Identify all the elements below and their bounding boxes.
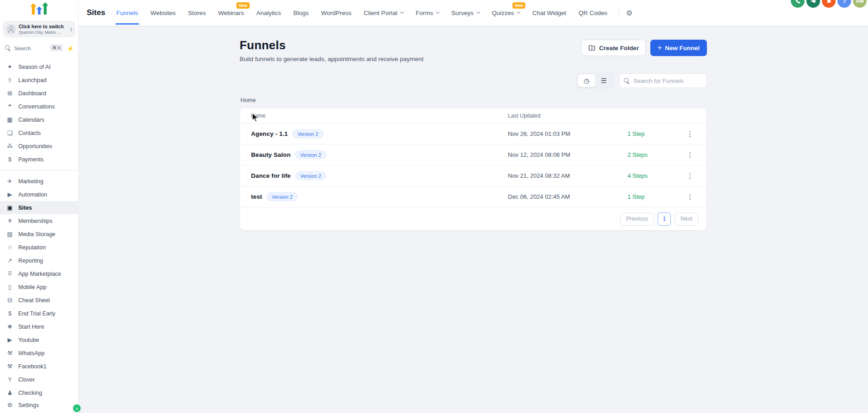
table-row[interactable]: Dance for life Version 2 Nov 21, 2024 08… [240,165,706,186]
row-menu-button[interactable]: ⋮ [685,191,695,202]
sidebar-item-icon: ⚒ [6,350,14,356]
nav-tab[interactable]: Forms [416,0,439,26]
sidebar-item[interactable]: ⚜ Memberships [0,214,78,227]
nav-tab[interactable]: Websites [151,0,176,26]
row-menu-button[interactable]: ⋮ [685,170,695,181]
row-menu-button[interactable]: ⋮ [685,129,695,139]
column-header-name: Name [251,113,508,119]
sidebar-item[interactable]: ♟ Checking [0,386,78,397]
sidebar-item[interactable]: $ End Trial Early [0,307,78,320]
new-funnel-button[interactable]: + New Funnel [650,40,707,56]
table-row[interactable]: test Version 2 Dec 06, 2024 02:45 AM 1 S… [240,186,706,207]
nav-tab[interactable]: Quizzes New [492,0,520,26]
version-badge: Version 2 [295,171,326,180]
page-header: Funnels Build funnels to generate leads,… [240,26,707,62]
sidebar-item[interactable]: ⇧ Launchpad [0,73,78,87]
previous-page-button[interactable]: Previous [620,212,654,226]
row-menu-button[interactable]: ⋮ [685,150,695,160]
sidebar-item[interactable]: ☆ Reputation [0,241,78,254]
nav-tab[interactable]: Stores [188,0,206,26]
sidebar-item-icon: ☆ [6,244,14,251]
sidebar-item-label: Settings [18,402,39,408]
sidebar-item[interactable]: ▯ Mobile App [0,280,78,294]
version-badge: Version 2 [295,150,326,159]
sidebar-item[interactable]: ❝ Conversations [0,100,78,113]
sidebar-item[interactable]: $ Payments [0,153,78,166]
sidebar-item-icon: ↗ [6,257,14,264]
sidebar-item[interactable]: ⚒ Facebook1 [0,360,78,373]
nav-tab[interactable]: Chat Widget [532,0,566,26]
list-view-button[interactable]: ☰ [595,74,612,87]
nav-tab[interactable]: Surveys [451,0,480,26]
sidebar-item[interactable]: ⁂ Opportunities [0,139,78,153]
sidebar-item-settings[interactable]: ⚙ Settings [0,398,78,412]
nav-tabs: Funnels Websites Stores [116,0,607,26]
sidebar-item[interactable]: ▦ Calendars [0,113,78,126]
chevron-down-icon [476,10,480,14]
app-root: Click here to switch Quezon City, Metro … [0,0,868,413]
sidebar-item[interactable]: ✈ Marketing [0,175,78,188]
sidebar-item-icon: ❖ [6,323,14,330]
create-folder-button[interactable]: Create Folder [581,40,646,56]
sidebar-item[interactable]: ⊟ Cheat Sheet [0,294,78,307]
sidebar-item-icon: ▶ [6,191,14,198]
user-avatar[interactable]: AM [853,0,867,8]
sidebar-item[interactable]: ▣ Sites [0,201,78,214]
help-icon[interactable]: ? [837,0,851,8]
next-page-button[interactable]: Next [675,212,698,226]
bell-icon[interactable] [822,0,836,8]
chevron-down-icon [517,10,520,14]
sidebar-item-label: Mobile App [18,284,47,290]
sidebar-item-label: End Trial Early [18,310,55,317]
nav-tab[interactable]: WordPress [321,0,352,26]
sidebar-item[interactable]: ▶ Youtube [0,333,78,346]
breadcrumb[interactable]: Home [240,97,707,103]
sidebar-item[interactable]: ⚒ WhatsApp [0,346,78,360]
funnel-search-input[interactable] [620,74,706,88]
top-nav: Sites Funnels Websites [78,0,868,26]
megaphone-icon[interactable] [806,0,820,8]
sidebar-item[interactable]: ❏ Contacts [0,126,78,139]
page-number-button[interactable]: 1 [658,212,671,226]
sidebar-item[interactable]: ✦ Season of AI [0,60,78,73]
nav-tab[interactable]: Analytics [256,0,281,26]
sidebar-item-icon: ✈ [6,178,14,185]
nav-tab[interactable]: Blogs [293,0,309,26]
nav-tab[interactable]: QR Codes [579,0,607,26]
sidebar-item[interactable]: ⠿ App Marketplace [0,267,78,280]
sidebar-item[interactable]: ▶ Automation [0,188,78,201]
table-row[interactable]: Agency - 1.1 Version 2 Nov 26, 2024 01:0… [240,124,706,145]
sidebar-item-icon: ❏ [6,129,14,136]
funnels-table: Name Last Updated Agency - 1.1 Version 2 [240,108,707,231]
funnel-name[interactable]: test [251,193,262,200]
list-icon: ☰ [601,77,607,84]
account-switcher[interactable]: Click here to switch Quezon City, Metro … [3,21,75,37]
nav-tab[interactable]: Funnels [116,0,138,26]
funnel-name[interactable]: Beauty Salon [251,151,291,158]
sidebar-item[interactable]: ▨ Media Storage [0,227,78,241]
sidebar-item[interactable]: ❖ Start Here [0,320,78,333]
phone-icon[interactable] [791,0,805,8]
new-badge: New [236,2,250,9]
table-row[interactable]: Beauty Salon Version 2 Nov 12, 2024 08:0… [240,145,706,165]
nav-tab[interactable]: Client Portal [364,0,403,26]
sidebar-item-icon: ♟ [6,389,14,396]
funnel-name[interactable]: Agency - 1.1 [251,130,288,137]
funnel-name[interactable]: Dance for life [251,172,291,179]
sidebar-item-label: Cheat Sheet [18,297,50,304]
section-title: Sites [87,8,105,17]
sidebar-collapse-button[interactable]: ‹ [72,403,82,413]
quick-actions-button[interactable]: ⚡ [66,43,75,53]
sidebar-item-icon: ⊞ [6,90,14,97]
view-toggle: ◷ ☰ [576,73,614,88]
recent-view-button[interactable]: ◷ [578,74,595,87]
folder-plus-icon [588,44,596,52]
sidebar-footer: ⚙ Settings [0,397,78,413]
nav-divider [619,8,619,18]
logo-arrows-icon [27,1,51,17]
sidebar-item[interactable]: Y Clover [0,373,78,386]
sidebar-item[interactable]: ↗ Reporting [0,254,78,267]
sidebar-item[interactable]: ⊞ Dashboard [0,87,78,100]
gear-icon[interactable]: ⚙ [626,9,633,17]
nav-tab[interactable]: Webinars New [218,0,244,26]
